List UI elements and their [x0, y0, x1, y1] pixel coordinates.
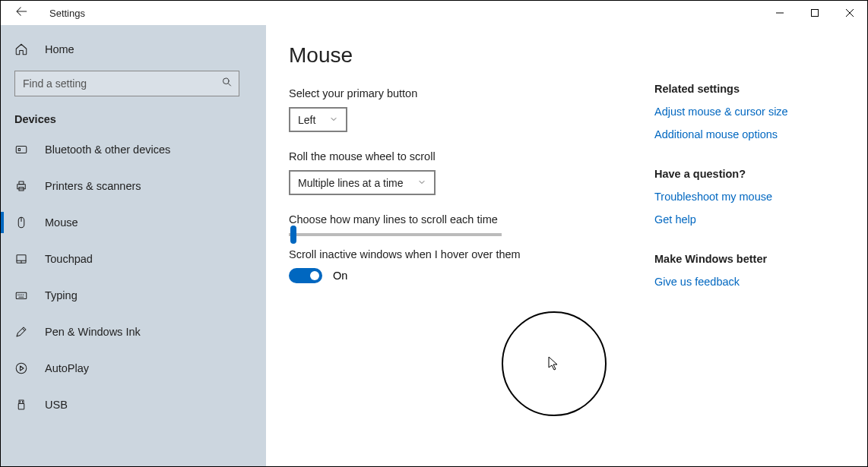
- link-adjust-cursor[interactable]: Adjust mouse & cursor size: [654, 106, 844, 118]
- aside: Related settings Adjust mouse & cursor s…: [647, 25, 844, 466]
- primary-button-label: Select your primary button: [289, 87, 647, 99]
- sidebar-item-label: Typing: [45, 289, 78, 301]
- back-arrow-icon: [14, 5, 28, 18]
- sidebar-item-label: Printers & scanners: [45, 180, 141, 192]
- sidebar-item-label: Bluetooth & other devices: [45, 144, 170, 156]
- related-heading: Related settings: [654, 83, 844, 95]
- search-box[interactable]: [14, 71, 239, 96]
- app-name: Settings: [49, 8, 85, 19]
- sidebar-item-usb[interactable]: USB: [1, 387, 266, 423]
- svg-rect-9: [16, 292, 27, 298]
- sidebar-item-label: Touchpad: [45, 253, 93, 265]
- svg-rect-11: [19, 400, 24, 404]
- scroll-mode-label: Roll the mouse wheel to scroll: [289, 150, 647, 163]
- svg-point-10: [16, 363, 27, 374]
- feedback-heading: Make Windows better: [654, 253, 844, 265]
- search-icon: [221, 77, 233, 91]
- svg-rect-12: [18, 404, 24, 410]
- scroll-lines-slider[interactable]: [289, 233, 502, 236]
- svg-rect-4: [17, 185, 26, 189]
- inactive-scroll-label: Scroll inactive windows when I hover ove…: [289, 248, 647, 260]
- page-title: Mouse: [289, 43, 647, 68]
- keyboard-icon: [14, 289, 28, 302]
- touchpad-icon: [14, 252, 28, 266]
- inactive-scroll-toggle[interactable]: [289, 268, 322, 283]
- category-header: Devices: [1, 106, 266, 131]
- close-button[interactable]: [832, 1, 867, 25]
- maximize-button[interactable]: [797, 1, 832, 25]
- scroll-mode-dropdown[interactable]: Multiple lines at a time: [289, 170, 436, 195]
- link-troubleshoot[interactable]: Troubleshoot my mouse: [654, 191, 844, 203]
- mouse-icon: [14, 216, 28, 229]
- sidebar: Home Devices Bluetooth & other devices P…: [1, 25, 266, 466]
- sidebar-item-autoplay[interactable]: AutoPlay: [1, 350, 266, 387]
- sidebar-item-label: Mouse: [45, 216, 78, 229]
- home-icon: [14, 43, 28, 56]
- back-button[interactable]: [14, 5, 28, 21]
- svg-rect-2: [16, 147, 27, 153]
- chevron-down-icon: [417, 176, 426, 190]
- primary-button-dropdown[interactable]: Left: [289, 107, 347, 132]
- svg-rect-3: [18, 149, 20, 151]
- usb-icon: [14, 398, 28, 412]
- pen-icon: [14, 325, 28, 339]
- titlebar: Settings: [1, 1, 867, 25]
- sidebar-item-bluetooth[interactable]: Bluetooth & other devices: [1, 131, 266, 168]
- sidebar-item-typing[interactable]: Typing: [1, 277, 266, 314]
- svg-rect-0: [812, 10, 819, 17]
- dropdown-value: Multiple lines at a time: [298, 177, 404, 189]
- autoplay-icon: [14, 361, 28, 375]
- svg-rect-5: [19, 181, 24, 185]
- bluetooth-icon: [14, 143, 28, 156]
- sidebar-item-printers[interactable]: Printers & scanners: [1, 168, 266, 204]
- sidebar-item-label: AutoPlay: [45, 362, 89, 374]
- sidebar-item-label: USB: [45, 399, 68, 411]
- toggle-state-text: On: [333, 270, 347, 282]
- sidebar-item-touchpad[interactable]: Touchpad: [1, 241, 266, 277]
- printer-icon: [14, 179, 28, 193]
- scroll-lines-label: Choose how many lines to scroll each tim…: [289, 213, 647, 226]
- home-label: Home: [45, 43, 74, 55]
- sidebar-item-pen[interactable]: Pen & Windows Ink: [1, 314, 266, 350]
- chevron-down-icon: [329, 113, 338, 127]
- link-get-help[interactable]: Get help: [654, 213, 844, 226]
- slider-thumb[interactable]: [290, 226, 296, 244]
- dropdown-value: Left: [298, 114, 315, 126]
- sidebar-item-label: Pen & Windows Ink: [45, 326, 141, 338]
- link-additional-mouse[interactable]: Additional mouse options: [654, 128, 844, 140]
- main-content: Mouse Select your primary button Left Ro…: [289, 25, 647, 466]
- minimize-button[interactable]: [762, 1, 797, 25]
- home-button[interactable]: Home: [1, 31, 266, 68]
- question-heading: Have a question?: [654, 168, 844, 180]
- search-input[interactable]: [15, 71, 239, 96]
- slider-track: [289, 233, 502, 236]
- sidebar-item-mouse[interactable]: Mouse: [1, 204, 266, 241]
- link-feedback[interactable]: Give us feedback: [654, 276, 844, 288]
